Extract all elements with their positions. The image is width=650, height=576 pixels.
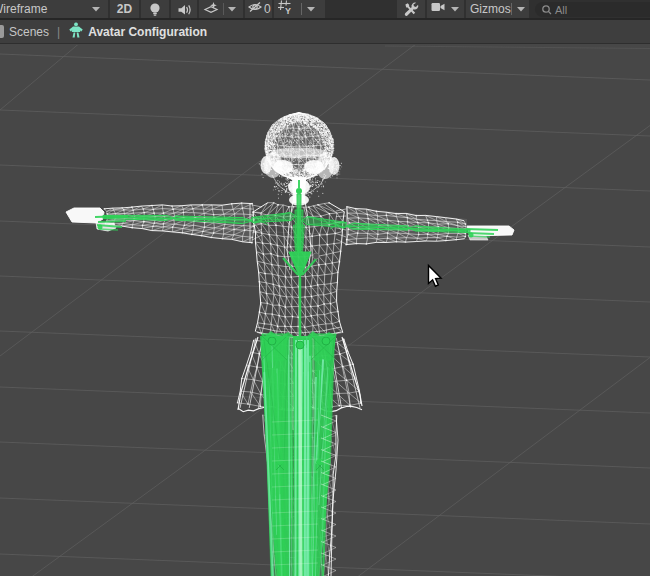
svg-text:Y: Y	[285, 6, 291, 16]
